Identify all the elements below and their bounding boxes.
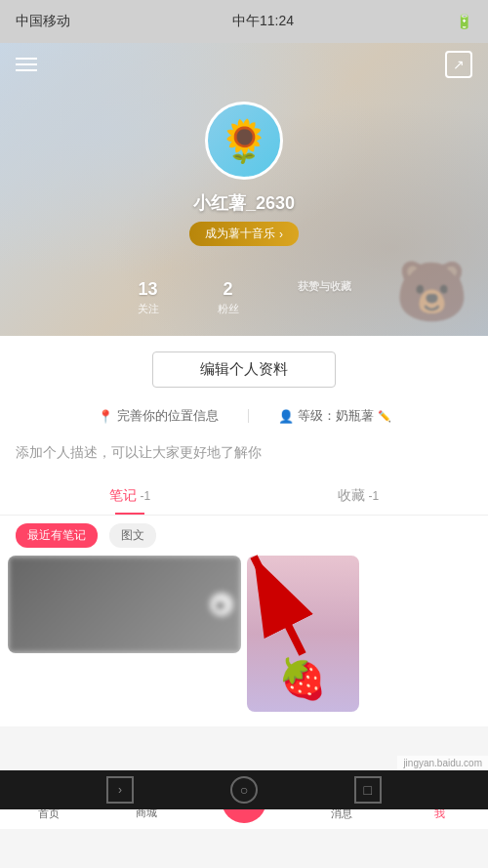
tab-favorites[interactable]: 收藏 -1 <box>244 477 472 515</box>
stat-likes[interactable]: 获赞与收藏 <box>298 279 351 316</box>
level-icon: 👤 <box>278 409 294 424</box>
back-button[interactable]: ‹ <box>106 776 134 804</box>
tab-favorites-badge: -1 <box>369 489 380 503</box>
username: 小红薯_2630 <box>193 191 295 215</box>
edit-level-icon: ✏️ <box>378 410 391 423</box>
tab-notes-label: 笔记 <box>109 487 137 503</box>
location-info[interactable]: 📍 完善你的位置信息 <box>98 407 219 425</box>
level-info[interactable]: 👤 等级：奶瓶薯 ✏️ <box>278 407 391 425</box>
tab-notes-badge: -1 <box>141 489 151 503</box>
avatar: 🌻 <box>205 102 283 180</box>
location-text: 完善你的位置信息 <box>117 407 219 425</box>
tab-notes[interactable]: 笔记 -1 <box>16 477 244 515</box>
status-icons: 🔋 <box>456 14 472 29</box>
stat-fans[interactable]: 2 粉丝 <box>218 279 239 316</box>
share-button[interactable] <box>445 51 472 78</box>
likes-count: 获赞与收藏 <box>298 279 351 294</box>
member-button[interactable]: 成为薯十音乐 <box>189 222 299 246</box>
info-divider <box>248 409 249 423</box>
filter-image-label: 图文 <box>121 528 144 542</box>
edit-profile-button[interactable]: 编辑个人资料 <box>152 351 336 388</box>
tabs-row: 笔记 -1 收藏 -1 <box>0 477 488 516</box>
card-image-1: ▶ <box>8 556 241 653</box>
level-text: 等级：奶瓶薯 <box>298 407 374 425</box>
status-bar: 中国移动 中午11:24 🔋 <box>0 0 488 43</box>
watermark: jingyan.baidu.com <box>397 756 488 770</box>
grid-card-1[interactable]: ▶ <box>8 556 241 653</box>
recent-button[interactable]: □ <box>354 776 382 804</box>
grid-col-left: ▶ <box>8 556 241 712</box>
following-label: 关注 <box>138 302 159 316</box>
gesture-bar: ‹ ○ □ <box>0 770 488 809</box>
avatar-container[interactable]: 🌻 <box>205 102 283 180</box>
filter-image[interactable]: 图文 <box>109 523 156 548</box>
status-time: 中午11:24 <box>232 13 294 30</box>
tab-favorites-label: 收藏 <box>338 487 365 503</box>
annotation-arrow <box>224 527 342 668</box>
bear-decoration: 🐻 <box>395 257 468 326</box>
profile-header: 🌻 小红薯_2630 成为薯十音乐 13 关注 2 粉丝 获赞与收藏 🐻 <box>0 43 488 336</box>
bio-text: 添加个人描述，可以让大家更好地了解你 <box>0 436 488 477</box>
carrier-text: 中国移动 <box>16 13 70 30</box>
edit-profile-container: 编辑个人资料 <box>0 336 488 403</box>
fans-count: 2 <box>223 279 232 300</box>
header-top-bar <box>0 43 488 86</box>
fans-label: 粉丝 <box>218 302 239 316</box>
filter-recent-label: 最近有笔记 <box>27 528 86 542</box>
filter-recent[interactable]: 最近有笔记 <box>16 523 98 548</box>
home-button[interactable]: ○ <box>230 776 258 804</box>
following-count: 13 <box>138 279 157 300</box>
location-icon: 📍 <box>98 409 113 424</box>
avatar-emoji: 🌻 <box>219 117 269 165</box>
svg-line-1 <box>254 557 303 654</box>
info-row: 📍 完善你的位置信息 👤 等级：奶瓶薯 ✏️ <box>0 403 488 436</box>
hamburger-menu[interactable] <box>16 58 37 71</box>
stat-following[interactable]: 13 关注 <box>138 279 159 316</box>
